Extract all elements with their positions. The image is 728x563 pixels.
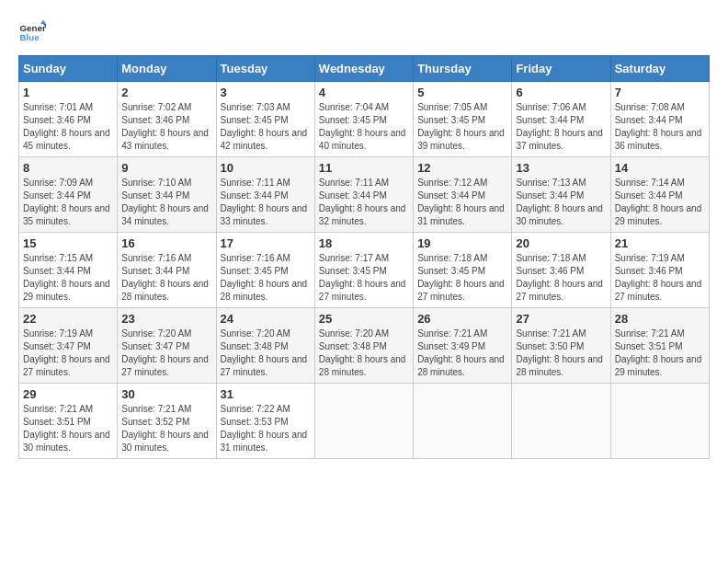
day-info: Sunrise: 7:10 AM Sunset: 3:44 PM Dayligh…: [121, 177, 211, 228]
day-number: 12: [417, 161, 507, 175]
day-info: Sunrise: 7:19 AM Sunset: 3:46 PM Dayligh…: [615, 252, 705, 304]
day-info: Sunrise: 7:01 AM Sunset: 3:46 PM Dayligh…: [23, 101, 113, 153]
svg-marker-2: [40, 20, 46, 25]
day-number: 10: [221, 161, 311, 175]
day-info: Sunrise: 7:08 AM Sunset: 3:44 PM Dayligh…: [615, 101, 705, 153]
day-info: Sunrise: 7:18 AM Sunset: 3:46 PM Dayligh…: [516, 252, 606, 304]
day-info: Sunrise: 7:20 AM Sunset: 3:48 PM Dayligh…: [319, 327, 409, 379]
calendar-header-wednesday: Wednesday: [314, 56, 413, 82]
day-number: 19: [417, 236, 507, 250]
day-info: Sunrise: 7:16 AM Sunset: 3:44 PM Dayligh…: [121, 252, 211, 304]
calendar-cell: 18 Sunrise: 7:17 AM Sunset: 3:45 PM Dayl…: [314, 233, 413, 308]
day-number: 4: [319, 86, 409, 99]
day-number: 17: [221, 236, 311, 250]
day-info: Sunrise: 7:13 AM Sunset: 3:44 PM Dayligh…: [516, 177, 606, 228]
calendar-cell: 14 Sunrise: 7:14 AM Sunset: 3:44 PM Dayl…: [610, 157, 709, 233]
calendar-cell: 6 Sunrise: 7:06 AM Sunset: 3:44 PM Dayli…: [512, 82, 610, 157]
day-number: 6: [516, 86, 606, 99]
day-number: 26: [417, 312, 507, 326]
calendar-cell: [512, 384, 610, 459]
day-number: 11: [319, 161, 409, 175]
day-info: Sunrise: 7:21 AM Sunset: 3:52 PM Dayligh…: [121, 403, 211, 454]
day-number: 3: [221, 86, 311, 99]
calendar-week-row: 8 Sunrise: 7:09 AM Sunset: 3:44 PM Dayli…: [19, 157, 710, 233]
calendar-cell: 26 Sunrise: 7:21 AM Sunset: 3:49 PM Dayl…: [414, 308, 512, 384]
calendar-cell: 13 Sunrise: 7:13 AM Sunset: 3:44 PM Dayl…: [512, 157, 610, 233]
day-info: Sunrise: 7:11 AM Sunset: 3:44 PM Dayligh…: [221, 177, 311, 228]
calendar-table: SundayMondayTuesdayWednesdayThursdayFrid…: [18, 55, 710, 459]
calendar-cell: [610, 384, 709, 459]
calendar-cell: 4 Sunrise: 7:04 AM Sunset: 3:45 PM Dayli…: [314, 82, 413, 157]
day-number: 30: [121, 387, 211, 401]
calendar-header-monday: Monday: [118, 56, 216, 82]
day-info: Sunrise: 7:21 AM Sunset: 3:51 PM Dayligh…: [23, 403, 113, 454]
day-info: Sunrise: 7:18 AM Sunset: 3:45 PM Dayligh…: [417, 252, 507, 304]
calendar-cell: 1 Sunrise: 7:01 AM Sunset: 3:46 PM Dayli…: [19, 82, 118, 157]
day-number: 31: [221, 387, 311, 401]
day-info: Sunrise: 7:19 AM Sunset: 3:47 PM Dayligh…: [23, 327, 113, 379]
calendar-cell: 22 Sunrise: 7:19 AM Sunset: 3:47 PM Dayl…: [19, 308, 118, 384]
calendar-cell: 28 Sunrise: 7:21 AM Sunset: 3:51 PM Dayl…: [610, 308, 709, 384]
day-number: 29: [23, 387, 113, 401]
calendar-cell: 23 Sunrise: 7:20 AM Sunset: 3:47 PM Dayl…: [118, 308, 216, 384]
calendar-cell: 27 Sunrise: 7:21 AM Sunset: 3:50 PM Dayl…: [512, 308, 610, 384]
calendar-week-row: 29 Sunrise: 7:21 AM Sunset: 3:51 PM Dayl…: [19, 384, 710, 459]
day-number: 15: [23, 236, 113, 250]
calendar-header-thursday: Thursday: [414, 56, 512, 82]
day-number: 20: [516, 236, 606, 250]
calendar-cell: [314, 384, 413, 459]
calendar-cell: 3 Sunrise: 7:03 AM Sunset: 3:45 PM Dayli…: [216, 82, 314, 157]
calendar-cell: 5 Sunrise: 7:05 AM Sunset: 3:45 PM Dayli…: [414, 82, 512, 157]
calendar-cell: 2 Sunrise: 7:02 AM Sunset: 3:46 PM Dayli…: [118, 82, 216, 157]
calendar-cell: 7 Sunrise: 7:08 AM Sunset: 3:44 PM Dayli…: [610, 82, 709, 157]
page-header: General Blue: [18, 18, 710, 46]
day-number: 1: [23, 86, 113, 99]
calendar-cell: 21 Sunrise: 7:19 AM Sunset: 3:46 PM Dayl…: [610, 233, 709, 308]
day-info: Sunrise: 7:04 AM Sunset: 3:45 PM Dayligh…: [319, 101, 409, 153]
day-number: 23: [121, 312, 211, 326]
calendar-cell: 20 Sunrise: 7:18 AM Sunset: 3:46 PM Dayl…: [512, 233, 610, 308]
calendar-week-row: 15 Sunrise: 7:15 AM Sunset: 3:44 PM Dayl…: [19, 233, 710, 308]
calendar-cell: 11 Sunrise: 7:11 AM Sunset: 3:44 PM Dayl…: [314, 157, 413, 233]
day-number: 8: [23, 161, 113, 175]
day-number: 2: [121, 86, 211, 99]
day-info: Sunrise: 7:17 AM Sunset: 3:45 PM Dayligh…: [319, 252, 409, 304]
day-info: Sunrise: 7:12 AM Sunset: 3:44 PM Dayligh…: [417, 177, 507, 228]
day-info: Sunrise: 7:14 AM Sunset: 3:44 PM Dayligh…: [615, 177, 705, 228]
calendar-cell: 31 Sunrise: 7:22 AM Sunset: 3:53 PM Dayl…: [216, 384, 314, 459]
calendar-cell: 12 Sunrise: 7:12 AM Sunset: 3:44 PM Dayl…: [414, 157, 512, 233]
calendar-cell: 9 Sunrise: 7:10 AM Sunset: 3:44 PM Dayli…: [118, 157, 216, 233]
day-info: Sunrise: 7:21 AM Sunset: 3:49 PM Dayligh…: [417, 327, 507, 379]
logo: General Blue: [18, 18, 46, 46]
calendar-week-row: 22 Sunrise: 7:19 AM Sunset: 3:47 PM Dayl…: [19, 308, 710, 384]
day-number: 24: [221, 312, 311, 326]
calendar-header-sunday: Sunday: [19, 56, 118, 82]
day-number: 18: [319, 236, 409, 250]
calendar-cell: 16 Sunrise: 7:16 AM Sunset: 3:44 PM Dayl…: [118, 233, 216, 308]
calendar-cell: 29 Sunrise: 7:21 AM Sunset: 3:51 PM Dayl…: [19, 384, 118, 459]
calendar-header-row: SundayMondayTuesdayWednesdayThursdayFrid…: [19, 56, 710, 82]
svg-text:General: General: [20, 23, 47, 33]
calendar-week-row: 1 Sunrise: 7:01 AM Sunset: 3:46 PM Dayli…: [19, 82, 710, 157]
day-info: Sunrise: 7:21 AM Sunset: 3:51 PM Dayligh…: [615, 327, 705, 379]
day-info: Sunrise: 7:03 AM Sunset: 3:45 PM Dayligh…: [221, 101, 311, 153]
day-info: Sunrise: 7:20 AM Sunset: 3:48 PM Dayligh…: [221, 327, 311, 379]
day-info: Sunrise: 7:02 AM Sunset: 3:46 PM Dayligh…: [121, 101, 211, 153]
calendar-cell: 25 Sunrise: 7:20 AM Sunset: 3:48 PM Dayl…: [314, 308, 413, 384]
calendar-cell: 8 Sunrise: 7:09 AM Sunset: 3:44 PM Dayli…: [19, 157, 118, 233]
day-number: 28: [615, 312, 705, 326]
day-number: 25: [319, 312, 409, 326]
calendar-cell: 30 Sunrise: 7:21 AM Sunset: 3:52 PM Dayl…: [118, 384, 216, 459]
calendar-cell: 15 Sunrise: 7:15 AM Sunset: 3:44 PM Dayl…: [19, 233, 118, 308]
day-info: Sunrise: 7:20 AM Sunset: 3:47 PM Dayligh…: [121, 327, 211, 379]
day-number: 5: [417, 86, 507, 99]
day-info: Sunrise: 7:06 AM Sunset: 3:44 PM Dayligh…: [516, 101, 606, 153]
svg-text:Blue: Blue: [20, 32, 40, 42]
calendar-cell: 24 Sunrise: 7:20 AM Sunset: 3:48 PM Dayl…: [216, 308, 314, 384]
day-info: Sunrise: 7:05 AM Sunset: 3:45 PM Dayligh…: [417, 101, 507, 153]
day-number: 7: [615, 86, 705, 99]
day-number: 13: [516, 161, 606, 175]
day-info: Sunrise: 7:22 AM Sunset: 3:53 PM Dayligh…: [221, 403, 311, 454]
day-number: 21: [615, 236, 705, 250]
day-number: 22: [23, 312, 113, 326]
